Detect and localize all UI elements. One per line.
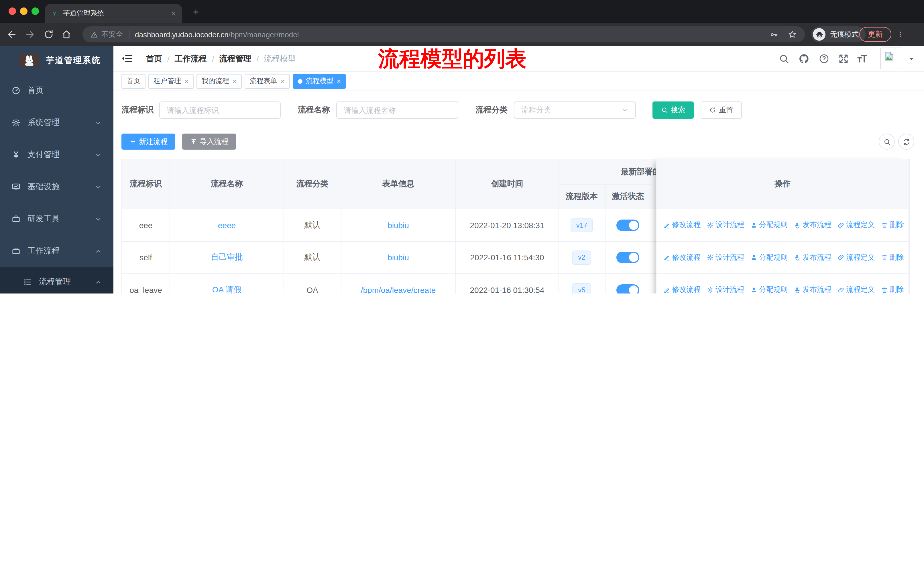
sidebar-item-工作流程[interactable]: 工作流程: [0, 235, 114, 267]
update-button[interactable]: 更新: [859, 27, 891, 42]
reload-icon[interactable]: [43, 29, 54, 40]
bookmark-star-icon[interactable]: [788, 30, 797, 39]
search-button[interactable]: 搜索: [652, 101, 694, 119]
header-search-icon[interactable]: [779, 53, 789, 64]
briefcase-icon: [12, 246, 21, 256]
not-secure-label[interactable]: 不安全: [101, 30, 123, 39]
sidebar-item-研发工具[interactable]: 研发工具: [0, 203, 114, 235]
traffic-light-minimize[interactable]: [20, 7, 28, 15]
sidebar-item-系统管理[interactable]: 系统管理: [0, 107, 114, 139]
broken-image-icon: [883, 50, 895, 62]
tag-close-icon[interactable]: ×: [281, 78, 285, 84]
sidebar-fold-icon[interactable]: [121, 53, 133, 64]
status-toggle[interactable]: [617, 220, 640, 231]
process-name-input[interactable]: [336, 101, 458, 119]
chevron-down-icon: [94, 151, 102, 159]
action-分配规则[interactable]: 分配规则: [751, 253, 788, 263]
trash-icon: [881, 254, 888, 261]
tab-close-icon[interactable]: [171, 11, 177, 17]
help-question-icon[interactable]: [818, 53, 830, 64]
cell-create-time: 2022-01-16 11:54:30: [456, 241, 559, 274]
sidebar-item-基础设施[interactable]: 基础设施: [0, 171, 114, 203]
main-panel: 首页 / 工作流程 / 流程管理 / 流程模型 流程模型的列表: [114, 46, 924, 293]
traffic-light-close[interactable]: [8, 7, 16, 15]
action-修改流程[interactable]: 修改流程: [663, 220, 701, 230]
assign-user-icon: [751, 254, 757, 261]
avatar-caret-down-icon[interactable]: [908, 56, 915, 63]
action-设计流程[interactable]: 设计流程: [707, 220, 744, 230]
publish-hand-icon: [794, 254, 801, 261]
action-发布流程[interactable]: 发布流程: [794, 220, 831, 230]
pencil-icon: [663, 222, 670, 229]
password-key-icon[interactable]: [770, 30, 779, 39]
action-修改流程[interactable]: 修改流程: [663, 285, 701, 293]
action-分配规则[interactable]: 分配规则: [751, 220, 788, 230]
browser-window: 芋道管理系统 不安全 dashboard.yudao.iocoder.cn/bp…: [0, 0, 924, 293]
cell-form-link[interactable]: biubiu: [388, 221, 409, 230]
tag-close-icon[interactable]: ×: [185, 78, 188, 84]
process-category-select[interactable]: 流程分类: [514, 101, 636, 119]
import-process-button[interactable]: 导入流程: [182, 134, 236, 150]
back-icon[interactable]: [7, 29, 17, 40]
url-path: /bpm/manager/model: [229, 30, 299, 39]
tag-close-icon[interactable]: ×: [233, 78, 237, 84]
url-bar[interactable]: 不安全 dashboard.yudao.iocoder.cn/bpm/manag…: [82, 26, 805, 42]
plus-icon: [129, 138, 136, 145]
traffic-light-zoom[interactable]: [31, 7, 39, 15]
refresh-table-button[interactable]: [898, 134, 914, 150]
action-分配规则[interactable]: 分配规则: [751, 285, 788, 293]
action-删除[interactable]: 删除: [881, 253, 904, 263]
breadcrumb-item[interactable]: 首页: [146, 54, 162, 64]
breadcrumb-item[interactable]: 流程管理: [219, 54, 251, 64]
tag-close-icon[interactable]: ×: [337, 78, 341, 84]
action-设计流程[interactable]: 设计流程: [707, 285, 744, 293]
sidebar-item-支付管理[interactable]: 支付管理: [0, 139, 114, 171]
cell-name-link[interactable]: OA 请假: [212, 285, 242, 293]
version-badge[interactable]: v2: [572, 251, 591, 265]
status-toggle[interactable]: [617, 252, 640, 263]
cell-form-link[interactable]: /bpm/oa/leave/create: [361, 286, 436, 293]
tags-view-bar: 首页租户管理×我的流程×流程表单×流程模型×: [114, 72, 924, 91]
toggle-search-button[interactable]: [879, 134, 895, 150]
not-secure-warning-icon: [91, 31, 98, 38]
fixed-actions-column: 操作 修改流程设计流程分配规则发布流程流程定义删除修改流程设计流程分配规则发布流…: [656, 159, 909, 293]
breadcrumb-item[interactable]: 工作流程: [175, 54, 207, 64]
action-设计流程[interactable]: 设计流程: [707, 253, 744, 263]
tag-流程表单[interactable]: 流程表单×: [244, 74, 290, 89]
status-toggle[interactable]: [617, 284, 640, 293]
reset-button[interactable]: 重置: [701, 101, 742, 119]
url-text[interactable]: dashboard.yudao.iocoder.cn/bpm/manager/m…: [135, 30, 770, 39]
version-badge[interactable]: v5: [572, 283, 591, 293]
user-avatar[interactable]: [881, 48, 902, 69]
definition-clip-icon: [838, 287, 844, 293]
action-修改流程[interactable]: 修改流程: [663, 253, 701, 263]
fullscreen-icon[interactable]: [838, 53, 849, 64]
cell-name-link[interactable]: 自己审批: [211, 253, 243, 262]
action-流程定义[interactable]: 流程定义: [838, 220, 875, 230]
new-tab-button[interactable]: [189, 5, 203, 19]
action-发布流程[interactable]: 发布流程: [794, 285, 831, 293]
browser-tab[interactable]: 芋道管理系统: [45, 4, 182, 23]
github-icon[interactable]: [799, 53, 809, 64]
action-流程定义[interactable]: 流程定义: [838, 285, 875, 293]
process-key-input[interactable]: [159, 101, 281, 119]
font-size-icon[interactable]: [856, 53, 868, 64]
tag-首页[interactable]: 首页: [121, 74, 145, 89]
tag-我的流程[interactable]: 我的流程×: [196, 74, 242, 89]
chevron-down-icon: [622, 107, 629, 114]
action-删除[interactable]: 删除: [881, 220, 904, 230]
tag-租户管理[interactable]: 租户管理×: [148, 74, 194, 89]
cell-form-link[interactable]: biubiu: [388, 253, 409, 262]
action-流程定义[interactable]: 流程定义: [838, 253, 875, 263]
menu-dots-icon[interactable]: [897, 29, 904, 40]
forward-icon[interactable]: [25, 29, 35, 40]
action-删除[interactable]: 删除: [881, 285, 904, 293]
home-icon[interactable]: [61, 29, 72, 40]
sidebar-item-流程管理[interactable]: 流程管理: [0, 267, 114, 293]
cell-name-link[interactable]: eeee: [218, 221, 236, 230]
create-process-button[interactable]: 新建流程: [121, 134, 175, 150]
version-badge[interactable]: v17: [571, 218, 593, 232]
sidebar-item-首页[interactable]: 首页: [0, 74, 114, 107]
action-发布流程[interactable]: 发布流程: [794, 253, 831, 263]
tag-流程模型[interactable]: 流程模型×: [293, 74, 346, 89]
